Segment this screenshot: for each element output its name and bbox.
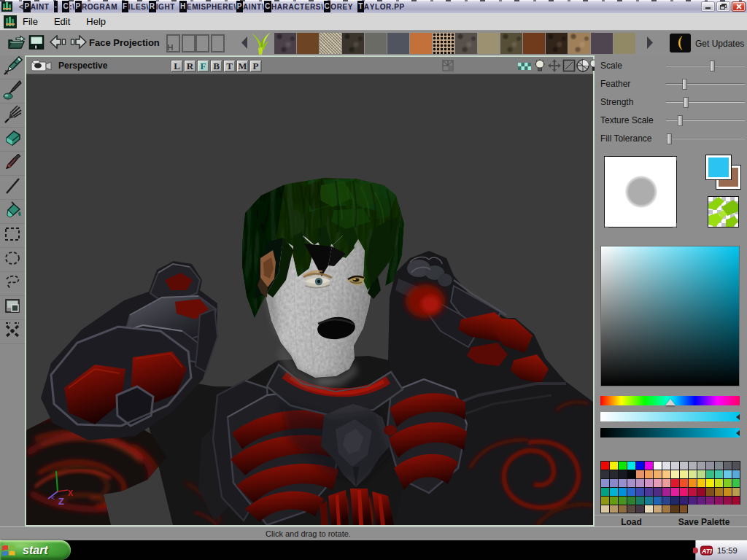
palette-color[interactable]: [609, 505, 618, 513]
palette-color[interactable]: [732, 478, 740, 487]
texture-swatch-3[interactable]: [320, 33, 341, 54]
palette-color[interactable]: [714, 470, 723, 478]
palette-color[interactable]: [732, 461, 740, 470]
scroll-left-icon[interactable]: [241, 36, 248, 49]
slider-track[interactable]: [666, 83, 745, 85]
texture-swatch-1[interactable]: [274, 33, 296, 54]
palette-color[interactable]: [697, 470, 705, 478]
deselect-tool[interactable]: [0, 320, 25, 344]
palette-color[interactable]: [635, 505, 644, 513]
palette-color[interactable]: [679, 461, 688, 470]
palette-color[interactable]: [670, 461, 679, 470]
hue-marker[interactable]: [665, 399, 676, 405]
palette-color[interactable]: [679, 505, 688, 513]
palette-color[interactable]: [627, 505, 635, 513]
move-icon[interactable]: [547, 58, 562, 73]
palette-color[interactable]: [644, 505, 653, 513]
palette-color[interactable]: [705, 461, 714, 470]
ellipse-select-tool[interactable]: [0, 248, 25, 272]
palette-color[interactable]: [662, 505, 670, 513]
palette-color[interactable]: [670, 470, 679, 478]
palette-color[interactable]: [644, 487, 653, 496]
view-button-p[interactable]: P: [249, 60, 262, 72]
palette-color[interactable]: [644, 461, 653, 470]
palette-color[interactable]: [670, 478, 679, 487]
sphere-icon[interactable]: [576, 58, 590, 73]
texture-swatch-12[interactable]: [523, 33, 545, 54]
save-file-icon[interactable]: [28, 34, 45, 51]
redo-icon[interactable]: [69, 35, 88, 50]
palette-color[interactable]: [688, 478, 697, 487]
palette-color[interactable]: [609, 478, 618, 487]
viewport-header[interactable]: Perspective LRFBTMP: [26, 57, 593, 74]
view-button-b[interactable]: B: [210, 60, 222, 72]
texture-swatch-8[interactable]: [433, 33, 454, 54]
light-icon[interactable]: [533, 58, 546, 73]
palette-color[interactable]: [627, 496, 635, 505]
projection-slot-4[interactable]: [211, 34, 225, 52]
view-button-r[interactable]: R: [184, 60, 196, 72]
texture-swatch-10[interactable]: [478, 33, 500, 54]
texture-swatch-15[interactable]: [591, 33, 613, 54]
palette-color[interactable]: [609, 461, 618, 470]
slider-handle[interactable]: [667, 133, 672, 144]
brush-preview[interactable]: [604, 156, 677, 228]
palette-color[interactable]: [732, 496, 740, 505]
menu-file[interactable]: File: [23, 16, 38, 27]
palette-color[interactable]: [705, 478, 714, 487]
palette-color[interactable]: [618, 496, 627, 505]
texture-swatch-14[interactable]: [568, 33, 590, 54]
palette-color[interactable]: [679, 487, 688, 496]
close-button[interactable]: [732, 1, 746, 12]
palette-color[interactable]: [653, 470, 662, 478]
palette-color[interactable]: [697, 487, 705, 496]
rect-select-tool[interactable]: [0, 224, 25, 248]
palette-color[interactable]: [600, 505, 609, 513]
palette-color[interactable]: [723, 496, 732, 505]
palette-color[interactable]: [653, 496, 662, 505]
palette-color[interactable]: [653, 487, 662, 496]
menu-help[interactable]: Help: [86, 16, 106, 27]
texture-swatch-4[interactable]: [342, 33, 364, 54]
texture-swatch-9[interactable]: [455, 33, 477, 54]
palette-color[interactable]: [627, 461, 635, 470]
current-brush-icon[interactable]: [249, 31, 274, 55]
palette-color[interactable]: [705, 496, 714, 505]
palette-color[interactable]: [723, 478, 732, 487]
texture-swatch-6[interactable]: [387, 33, 409, 54]
slider-track[interactable]: [666, 65, 745, 66]
palette-color[interactable]: [662, 496, 670, 505]
palette-color[interactable]: [714, 461, 723, 470]
slider-track[interactable]: [666, 120, 745, 121]
slider-handle[interactable]: [684, 97, 689, 108]
projection-slot-2[interactable]: [182, 34, 196, 52]
fanbrush-tool[interactable]: [0, 104, 25, 128]
palette-color[interactable]: [697, 478, 705, 487]
palette-color[interactable]: [644, 478, 653, 487]
palette-color[interactable]: [688, 461, 697, 470]
palette-color[interactable]: [644, 496, 653, 505]
palette-color[interactable]: [714, 487, 723, 496]
palette-color[interactable]: [670, 496, 679, 505]
save-palette-button[interactable]: Save Palette: [664, 516, 744, 527]
pattern-select-tool[interactable]: [0, 296, 25, 320]
palette-color[interactable]: [714, 478, 723, 487]
palette-color[interactable]: [705, 470, 714, 478]
palette-color[interactable]: [653, 478, 662, 487]
palette-color[interactable]: [732, 487, 740, 496]
palette-color[interactable]: [662, 478, 670, 487]
palette-color[interactable]: [653, 505, 662, 513]
palette-color[interactable]: [670, 505, 679, 513]
palette-color[interactable]: [627, 487, 635, 496]
uv-box-icon[interactable]: [441, 58, 457, 73]
palette-color[interactable]: [662, 487, 670, 496]
checker-material-icon[interactable]: [516, 58, 533, 73]
open-file-icon[interactable]: [7, 34, 26, 51]
foreground-color-swatch[interactable]: [706, 155, 731, 179]
palette-color[interactable]: [679, 496, 688, 505]
start-button[interactable]: start: [0, 540, 71, 560]
palette-color[interactable]: [732, 470, 740, 478]
menu-edit[interactable]: Edit: [54, 16, 70, 27]
palette-color[interactable]: [644, 470, 653, 478]
palette-color[interactable]: [635, 461, 644, 470]
